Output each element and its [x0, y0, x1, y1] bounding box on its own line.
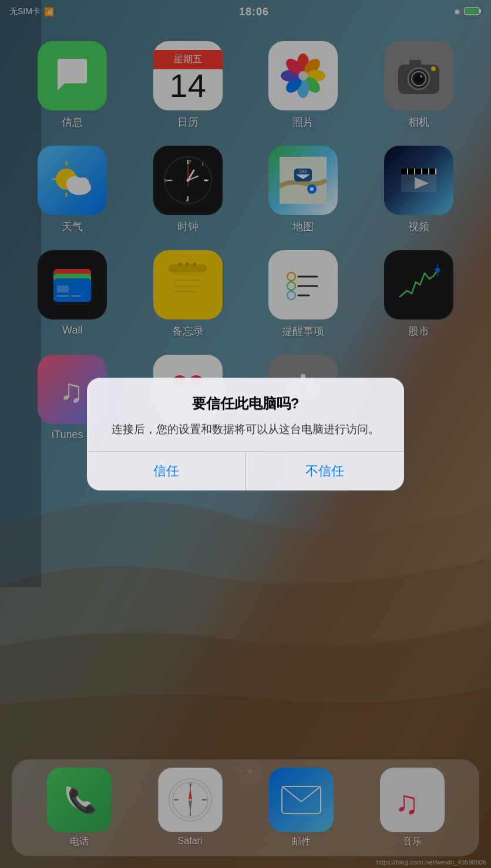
- dont-trust-button[interactable]: 不信任: [246, 452, 405, 490]
- alert-message: 连接后，您的设置和数据将可以从这台电脑进行访问。: [105, 421, 386, 438]
- trust-computer-dialog: 要信任此电脑吗? 连接后，您的设置和数据将可以从这台电脑进行访问。 信任 不信任: [87, 378, 404, 490]
- alert-title: 要信任此电脑吗?: [105, 394, 386, 413]
- trust-button[interactable]: 信任: [87, 452, 246, 490]
- alert-buttons: 信任 不信任: [87, 451, 404, 490]
- alert-body: 要信任此电脑吗? 连接后，您的设置和数据将可以从这台电脑进行访问。: [87, 378, 404, 451]
